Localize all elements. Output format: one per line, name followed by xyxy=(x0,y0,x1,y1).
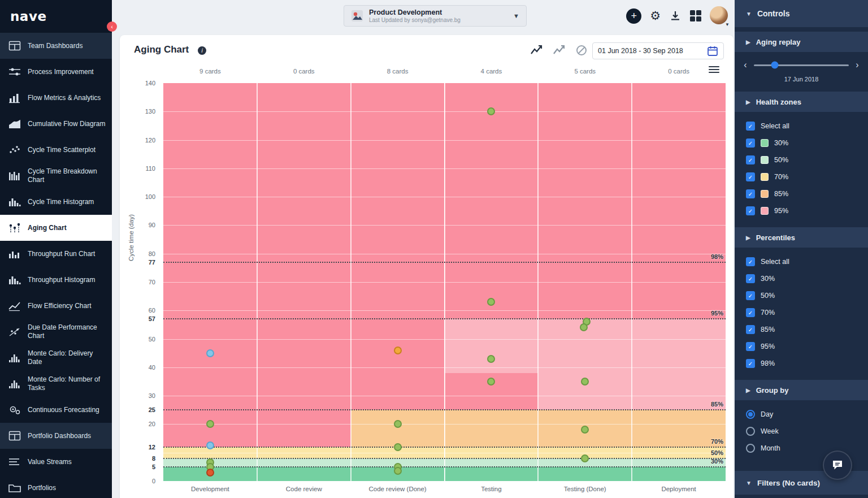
group-by-option-week[interactable]: Week xyxy=(735,423,868,440)
percentiles-header[interactable]: ▶ Percentiles xyxy=(735,227,868,248)
checkbox-checked-icon[interactable]: ✓ xyxy=(746,189,755,198)
percentile-option-50[interactable]: ✓50% xyxy=(735,287,868,304)
sidebar-item-throughput-histogram[interactable]: Throughput Histogram xyxy=(0,267,112,293)
radio-icon[interactable] xyxy=(746,427,755,436)
health-zone-option-95[interactable]: ✓95% xyxy=(735,202,868,219)
aging-replay-header[interactable]: ▶ Aging replay xyxy=(735,32,868,52)
health-zones-select-all[interactable]: ✓Select all xyxy=(735,118,868,135)
sidebar-collapse-button[interactable]: ‹ xyxy=(107,21,117,32)
apps-grid-icon[interactable] xyxy=(690,10,701,21)
percentiles-select-all[interactable]: ✓Select all xyxy=(735,253,868,270)
sidebar-item-due-date-performance-chart[interactable]: Due Date Performance Chart xyxy=(0,319,112,345)
user-avatar[interactable]: ▼ xyxy=(710,6,728,25)
health-zone xyxy=(257,458,351,467)
checkbox-checked-icon[interactable]: ✓ xyxy=(746,155,755,164)
radio-selected-icon[interactable] xyxy=(746,410,755,419)
health-zone-option-50[interactable]: ✓50% xyxy=(735,151,868,168)
add-icon[interactable]: + xyxy=(626,8,641,24)
sidebar-item-cycle-time-breakdown-chart[interactable]: Cycle Time Breakdown Chart xyxy=(0,163,112,189)
health-zone-option-30[interactable]: ✓30% xyxy=(735,135,868,151)
checkbox-checked-icon[interactable]: ✓ xyxy=(746,257,755,266)
group-by-option-day[interactable]: Day xyxy=(735,406,868,423)
board-selector[interactable]: Product Development Last Updated by sony… xyxy=(344,5,527,27)
checkbox-checked-icon[interactable]: ✓ xyxy=(746,172,755,181)
group-by-header[interactable]: ▶ Group by xyxy=(735,380,868,400)
sidebar-item-team-dashboards[interactable]: Team Dashboards xyxy=(0,33,112,59)
replay-slider-knob[interactable] xyxy=(771,62,778,69)
due-date-icon xyxy=(7,326,22,337)
sidebar-item-throughput-run-chart[interactable]: Throughput Run Chart xyxy=(0,241,112,267)
chevron-right-icon: ▶ xyxy=(746,387,750,393)
date-range-picker[interactable]: 01 Jun 2018 - 30 Sep 2018 xyxy=(592,42,724,59)
checkbox-checked-icon[interactable]: ✓ xyxy=(746,206,755,215)
replay-next-button[interactable]: › xyxy=(853,60,861,70)
percentile-line xyxy=(163,458,726,459)
health-zones-header[interactable]: ▶ Health zones xyxy=(735,92,868,112)
clear-selection-icon[interactable] xyxy=(575,44,588,57)
card-dot[interactable] xyxy=(206,349,214,357)
forecasting-icon xyxy=(7,404,22,415)
sidebar-item-monte-carlo-number-of-tasks[interactable]: Monte Carlo: Number of Tasks xyxy=(0,371,112,397)
info-icon[interactable]: i xyxy=(198,46,206,55)
settings-gear-icon[interactable]: ⚙ xyxy=(650,10,661,22)
radio-label: Month xyxy=(761,444,780,452)
card-dot[interactable] xyxy=(581,454,589,462)
sidebar-item-cycle-time-scatterplot[interactable]: Cycle Time Scatterplot xyxy=(0,137,112,163)
sidebar-item-monte-carlo-delivery-date[interactable]: Monte Carlo: Delivery Date xyxy=(0,345,112,371)
replay-prev-button[interactable]: ‹ xyxy=(741,60,749,70)
line-chart-secondary-icon[interactable] xyxy=(553,44,565,57)
card-dot[interactable] xyxy=(206,441,214,449)
download-icon[interactable] xyxy=(669,10,682,22)
health-zone-option-85[interactable]: ✓85% xyxy=(735,185,868,202)
replay-slider[interactable] xyxy=(754,64,849,66)
checkbox-checked-icon[interactable]: ✓ xyxy=(746,122,755,131)
controls-header[interactable]: ▼ Controls xyxy=(735,0,868,27)
checkbox-checked-icon[interactable]: ✓ xyxy=(746,274,755,283)
checkbox-checked-icon[interactable]: ✓ xyxy=(746,359,755,368)
line-chart-icon[interactable] xyxy=(530,44,542,57)
sidebar-item-cumulative-flow-diagram[interactable]: Cumulative Flow Diagram xyxy=(0,111,112,137)
sidebar-item-portfolio-dashboards[interactable]: Portfolio Dashboards xyxy=(0,423,112,449)
sidebar-item-process-improvement[interactable]: Process Improvement xyxy=(0,59,112,85)
card-dot[interactable] xyxy=(394,443,402,451)
sidebar-item-aging-chart[interactable]: Aging Chart xyxy=(0,215,112,241)
percentile-label: 30% xyxy=(711,458,723,465)
percentile-option-85[interactable]: ✓85% xyxy=(735,321,868,338)
sidebar-item-value-streams[interactable]: Value Streams xyxy=(0,449,112,475)
chat-button[interactable] xyxy=(823,451,852,480)
checkbox-checked-icon[interactable]: ✓ xyxy=(746,325,755,334)
flow-metrics-icon xyxy=(7,92,22,103)
sidebar-item-continuous-forecasting[interactable]: Continuous Forecasting xyxy=(0,397,112,423)
y-tick: 70 xyxy=(149,279,155,285)
column-card-count: 0 cards xyxy=(257,68,351,75)
percentile-option-98[interactable]: ✓98% xyxy=(735,355,868,372)
group-by-option-month[interactable]: Month xyxy=(735,440,868,457)
sidebar-item-label: Continuous Forecasting xyxy=(28,406,99,414)
sidebar-item-portfolios[interactable]: Portfolios xyxy=(0,475,112,498)
card-dot[interactable] xyxy=(394,347,402,354)
checkbox-checked-icon[interactable]: ✓ xyxy=(746,308,755,317)
checkbox-checked-icon[interactable]: ✓ xyxy=(746,342,755,351)
y-tick: 80 xyxy=(149,250,155,257)
health-zone-option-70[interactable]: ✓70% xyxy=(735,168,868,185)
card-dot[interactable] xyxy=(394,420,402,428)
card-dot[interactable] xyxy=(206,469,214,477)
percentile-option-95[interactable]: ✓95% xyxy=(735,338,868,355)
sidebar-item-flow-efficiency-chart[interactable]: Flow Efficiency Chart xyxy=(0,293,112,319)
checkbox-checked-icon[interactable]: ✓ xyxy=(746,138,755,148)
y-tick: 60 xyxy=(149,307,155,314)
sidebar-item-cycle-time-histogram[interactable]: Cycle Time Histogram xyxy=(0,189,112,215)
checkbox-checked-icon[interactable]: ✓ xyxy=(746,291,755,300)
card-dot[interactable] xyxy=(394,467,402,475)
y-tick: 110 xyxy=(145,165,155,172)
radio-icon[interactable] xyxy=(746,444,755,453)
aging-replay-title: Aging replay xyxy=(756,38,801,46)
nave-logo: nave xyxy=(0,0,112,33)
checkbox-label: 70% xyxy=(774,173,788,181)
sidebar-item-flow-metrics-analytics[interactable]: Flow Metrics & Analytics xyxy=(0,85,112,111)
sidebar-item-label: Portfolios xyxy=(28,484,56,492)
percentile-option-70[interactable]: ✓70% xyxy=(735,304,868,321)
chevron-right-icon: ▶ xyxy=(746,39,750,45)
health-zone xyxy=(538,83,632,319)
percentile-option-30[interactable]: ✓30% xyxy=(735,270,868,287)
